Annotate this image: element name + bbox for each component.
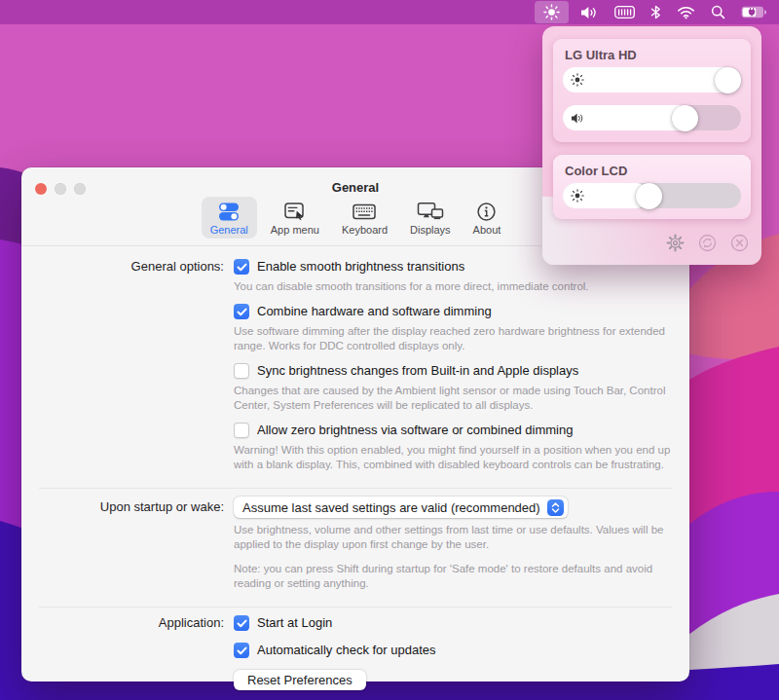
brightness-slider[interactable] — [563, 67, 741, 92]
speaker-icon — [571, 111, 584, 129]
section-label-general-options: General options: — [21, 259, 234, 482]
tab-keyboard[interactable]: Keyboard — [333, 197, 396, 239]
tab-displays[interactable]: Displays — [401, 197, 460, 239]
display-name: LG Ultra HD — [553, 39, 751, 62]
toggles-icon — [216, 201, 241, 223]
tab-general[interactable]: General — [202, 197, 257, 239]
sun-icon — [571, 73, 584, 91]
checkbox-label[interactable]: Automatically check for updates — [257, 643, 436, 658]
reset-preferences-button[interactable]: Reset Preferences — [234, 670, 366, 690]
minimize-button[interactable] — [55, 183, 66, 195]
volume-icon[interactable] — [580, 6, 599, 19]
checkbox-label[interactable]: Sync brightness changes from Built-in an… — [257, 363, 578, 379]
checkbox[interactable] — [234, 304, 249, 319]
tab-label: About — [473, 224, 501, 236]
option-description: Changes that are caused by the Ambient l… — [234, 384, 674, 413]
brightness-slider[interactable] — [563, 183, 741, 208]
sun-icon — [571, 189, 584, 206]
keyboard-backlight-icon[interactable] — [614, 6, 635, 18]
divider — [39, 607, 672, 608]
checkbox-row-sync-brightness: Sync brightness changes from Built-in an… — [234, 363, 674, 379]
display-name: Color LCD — [553, 155, 751, 178]
display-brightness-icon[interactable] — [535, 1, 569, 23]
tab-label: Displays — [410, 224, 451, 236]
zoom-button[interactable] — [74, 183, 86, 195]
app-menu-icon — [283, 201, 307, 223]
settings-content: General options: Enable smooth brightnes… — [21, 246, 689, 690]
checkbox[interactable] — [234, 363, 249, 379]
checkbox-label[interactable]: Allow zero brightness via software or co… — [257, 423, 573, 438]
option-description: You can disable smooth transitions for a… — [234, 279, 674, 294]
info-icon — [476, 201, 497, 223]
checkbox-row-auto-updates: Automatically check for updates — [234, 643, 674, 658]
divider — [39, 488, 672, 489]
battery-charging-icon[interactable] — [741, 6, 767, 18]
checkbox-row-zero-brightness: Allow zero brightness via software or co… — [234, 423, 674, 438]
tab-label: App menu — [271, 224, 319, 236]
displays-icon — [417, 201, 444, 223]
checkbox[interactable] — [234, 643, 249, 658]
slider-knob[interactable] — [636, 183, 662, 209]
stepper-icon — [547, 499, 564, 516]
startup-dropdown[interactable]: Assume last saved settings are valid (re… — [234, 497, 568, 518]
menu-bar — [0, 0, 779, 24]
tab-label: General — [210, 224, 248, 236]
option-description: Warning! With this option enabled, you m… — [234, 443, 674, 472]
traffic-lights — [35, 183, 86, 195]
brightness-popover: LG Ultra HD — [542, 26, 761, 265]
display-card-color-lcd: Color LCD — [553, 155, 751, 219]
close-button[interactable] — [35, 183, 47, 195]
tab-app-menu[interactable]: App menu — [262, 197, 328, 239]
checkbox-label[interactable]: Start at Login — [257, 615, 332, 631]
section-label-application: Application: — [21, 615, 234, 690]
checkbox[interactable] — [234, 615, 249, 631]
wifi-icon[interactable] — [677, 6, 695, 19]
tab-label: Keyboard — [342, 224, 388, 236]
startup-description: Use brightness, volume and other setting… — [234, 523, 674, 552]
tab-about[interactable]: About — [464, 197, 510, 239]
section-label-startup: Upon startup or wake: — [21, 497, 234, 601]
search-icon[interactable] — [711, 5, 725, 19]
popover-footer — [666, 234, 749, 256]
checkbox[interactable] — [234, 259, 249, 275]
startup-note: Note: you can press Shift during startup… — [234, 562, 674, 591]
dropdown-value: Assume last saved settings are valid (re… — [242, 500, 540, 515]
checkbox-row-combine-dimming: Combine hardware and software dimming — [234, 304, 674, 319]
checkbox-label[interactable]: Enable smooth brightness transitions — [257, 259, 464, 275]
keyboard-icon — [352, 201, 377, 223]
slider-knob[interactable] — [672, 105, 698, 131]
option-description: Use software dimming after the display r… — [234, 324, 674, 353]
checkbox[interactable] — [234, 423, 249, 438]
checkbox-row-start-at-login: Start at Login — [234, 615, 674, 631]
quit-icon[interactable] — [730, 234, 749, 256]
checkbox-label[interactable]: Combine hardware and software dimming — [257, 304, 492, 319]
settings-gear-icon[interactable] — [666, 234, 685, 256]
refresh-icon[interactable] — [698, 234, 717, 256]
display-card-lg-ultra-hd: LG Ultra HD — [553, 39, 751, 142]
volume-slider[interactable] — [563, 105, 741, 130]
slider-knob[interactable] — [715, 67, 741, 93]
bluetooth-icon[interactable] — [650, 5, 661, 19]
